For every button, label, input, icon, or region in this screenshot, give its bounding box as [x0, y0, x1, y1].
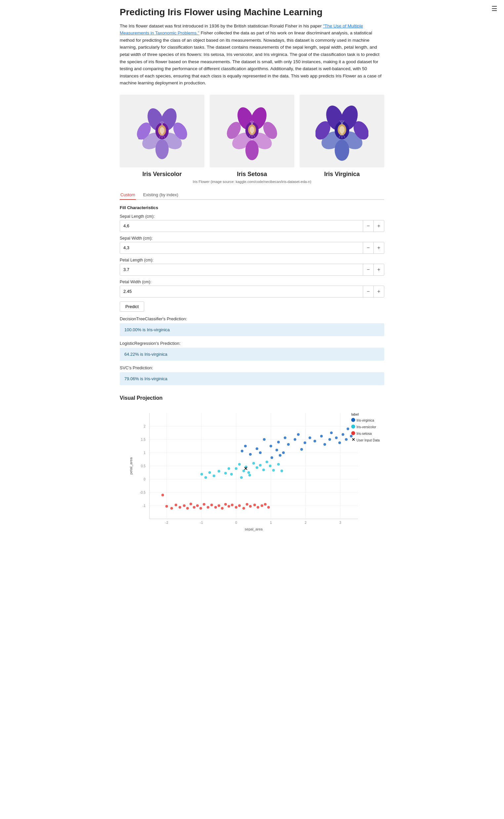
svg-point-159 — [249, 505, 252, 508]
svg-point-22 — [245, 140, 259, 160]
svg-point-110 — [282, 452, 285, 454]
flower-card-setosa — [210, 95, 294, 167]
svg-point-129 — [208, 471, 211, 474]
petal-length-input-row: − + — [120, 264, 384, 276]
tabs-container: Custom Existing (by index) — [120, 190, 384, 200]
svg-point-119 — [259, 464, 262, 467]
sepal-length-increment[interactable]: + — [373, 220, 384, 232]
svg-text:petal_area: petal_area — [129, 457, 133, 475]
svg-point-102 — [256, 448, 258, 450]
sepal-width-decrement[interactable]: − — [363, 242, 373, 253]
svg-point-135 — [248, 474, 251, 477]
svg-point-156 — [238, 504, 241, 507]
svg-point-140 — [183, 504, 186, 507]
petal-width-increment[interactable]: + — [373, 286, 384, 297]
svg-text:2: 2 — [144, 425, 146, 428]
petal-length-label: Petal Length (cm): — [120, 258, 384, 262]
svg-point-149 — [214, 506, 217, 509]
svg-point-84 — [277, 441, 280, 444]
svg-rect-171 — [351, 431, 355, 435]
lr-result: 64.22% is Iris-virginica — [120, 348, 384, 361]
svg-point-86 — [287, 443, 290, 446]
sepal-width-input[interactable] — [120, 242, 363, 253]
svg-point-99 — [345, 438, 348, 441]
prediction-lr: LogisticRegression's Prediction: 64.22% … — [120, 341, 384, 361]
svg-text:✕: ✕ — [352, 437, 355, 442]
svg-point-130 — [277, 463, 280, 466]
svg-point-108 — [275, 449, 278, 452]
svg-text:-1: -1 — [143, 504, 146, 508]
svg-point-142 — [189, 503, 192, 505]
svc-label: SVC's Prediction: — [120, 365, 384, 370]
field-petal-width: Petal Width (cm): − + — [120, 280, 384, 297]
label-virginica: Iris Virginica — [300, 171, 384, 178]
tab-existing[interactable]: Existing (by index) — [143, 190, 179, 200]
svg-point-138 — [175, 504, 177, 506]
svg-point-145 — [199, 507, 202, 510]
svg-point-161 — [257, 506, 259, 509]
tab-custom[interactable]: Custom — [120, 190, 136, 200]
image-source: Iris Flower (image source: kaggle.com/co… — [120, 180, 384, 184]
svg-point-146 — [203, 503, 205, 506]
svg-text:Iris-setosa: Iris-setosa — [357, 432, 372, 436]
petal-width-input-row: − + — [120, 285, 384, 297]
svg-point-107 — [271, 456, 273, 459]
svg-point-134 — [240, 476, 243, 479]
svg-text:label: label — [351, 413, 359, 416]
sepal-width-increment[interactable]: + — [373, 242, 384, 253]
label-versicolor: Iris Versicolor — [120, 171, 204, 178]
svg-point-103 — [259, 452, 262, 454]
svg-point-151 — [221, 507, 224, 510]
svg-point-131 — [280, 470, 283, 472]
petal-length-input[interactable] — [120, 264, 363, 275]
svc-result: 79.06% is Iris-virginica — [120, 372, 384, 385]
svg-point-155 — [235, 506, 237, 509]
svg-point-162 — [261, 504, 263, 507]
svg-point-160 — [253, 504, 256, 506]
sepal-length-decrement[interactable]: − — [363, 220, 373, 232]
svg-point-136 — [165, 505, 168, 508]
visual-title: Visual Projection — [120, 395, 384, 401]
label-setosa: Iris Setosa — [210, 171, 294, 178]
svg-point-144 — [196, 504, 199, 507]
svg-point-113 — [238, 463, 241, 466]
svg-point-132 — [204, 476, 207, 479]
svg-point-152 — [224, 503, 227, 506]
svg-point-153 — [228, 505, 230, 508]
svg-point-100 — [347, 428, 349, 430]
sepal-length-input[interactable] — [120, 221, 363, 231]
sepal-width-label: Sepal Width (cm): — [120, 236, 384, 240]
svg-point-158 — [246, 503, 248, 506]
page-title: Predicting Iris Flower using Machine Lea… — [120, 7, 384, 18]
svg-text:3: 3 — [339, 521, 341, 525]
svg-point-123 — [272, 469, 275, 472]
svg-text:sepal_area: sepal_area — [245, 527, 263, 531]
petal-length-increment[interactable]: + — [373, 264, 384, 275]
svg-text:User Input Data: User Input Data — [357, 439, 380, 442]
svg-point-124 — [224, 472, 227, 475]
svg-point-117 — [252, 462, 255, 465]
flower-labels: Iris Versicolor Iris Setosa Iris Virgini… — [120, 171, 384, 178]
svg-point-97 — [338, 442, 341, 444]
svg-point-126 — [230, 473, 233, 476]
svg-text:✕: ✕ — [244, 466, 248, 471]
sepal-length-label: Sepal Length (cm): — [120, 214, 384, 219]
petal-length-decrement[interactable]: − — [363, 264, 373, 275]
svg-point-125 — [228, 467, 230, 470]
svg-point-85 — [284, 437, 286, 439]
svg-point-96 — [335, 437, 338, 439]
svg-point-139 — [179, 506, 181, 509]
svg-point-128 — [213, 475, 215, 477]
field-sepal-length: Sepal Length (cm): − + — [120, 214, 384, 232]
svg-point-87 — [294, 438, 296, 441]
svg-point-93 — [323, 443, 326, 446]
svg-point-109 — [279, 454, 281, 457]
svg-text:1.5: 1.5 — [141, 438, 146, 442]
svg-point-143 — [193, 506, 195, 509]
predict-button[interactable]: Predict — [120, 301, 144, 312]
svg-point-89 — [304, 442, 306, 444]
svg-text:0: 0 — [235, 521, 237, 525]
petal-width-input[interactable] — [120, 286, 363, 296]
field-sepal-width: Sepal Width (cm): − + — [120, 236, 384, 254]
petal-width-decrement[interactable]: − — [363, 286, 373, 297]
